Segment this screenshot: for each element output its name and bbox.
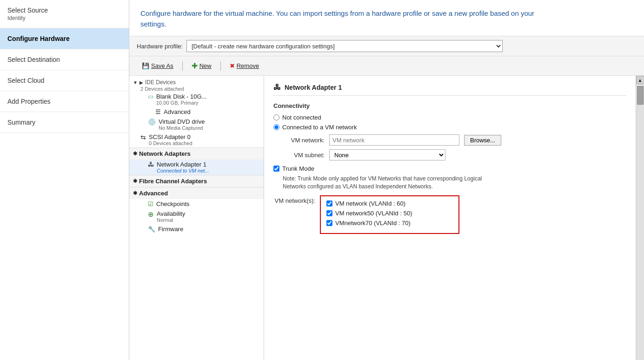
sidebar-item-select-source[interactable]: Select Source Identity xyxy=(0,0,129,28)
hardware-profile-select[interactable]: [Default - create new hardware configura… xyxy=(186,40,503,52)
network-adapter-detail-icon: 🖧 xyxy=(273,83,281,92)
content-area: ▼ ▶ IDE Devices 2 Devices attached ▭ Bla… xyxy=(129,76,644,360)
advanced-group-header[interactable]: ✱ Advanced xyxy=(129,187,264,199)
vm-networks-label: VM network(s): xyxy=(273,195,315,204)
sidebar-item-add-properties[interactable]: Add Properties xyxy=(0,91,129,112)
vm-network-3-label: VMnetwork70 (VLANId : 70) xyxy=(335,220,411,227)
connectivity-label: Connectivity xyxy=(273,102,626,109)
scsi-item[interactable]: ⇆ SCSI Adapter 0 0 Devices attached xyxy=(129,132,264,147)
detail-panel: 🖧 Network Adapter 1 Connectivity Not con… xyxy=(264,76,636,360)
connected-vm-label: Connected to a VM network xyxy=(282,124,357,131)
not-connected-row: Not connected xyxy=(273,114,626,121)
ide-devices-sub: 2 Devices attached xyxy=(140,86,264,92)
advanced-disk-item[interactable]: ☰ Advanced xyxy=(129,107,264,117)
save-icon: 💾 xyxy=(142,62,149,69)
vm-subnet-row: VM subnet: None xyxy=(283,149,626,160)
vm-network-2-row: VM network50 (VLANId : 50) xyxy=(326,210,453,217)
sidebar-item-select-cloud[interactable]: Select Cloud xyxy=(0,70,129,91)
fibre-channel-header[interactable]: ✱ Fibre Channel Adapters xyxy=(129,175,264,187)
advanced-group-label: Advanced xyxy=(139,190,168,197)
sidebar-item-label-select-source: Select Source xyxy=(7,7,121,14)
vm-subnet-field-label: VM subnet: xyxy=(283,152,325,159)
fibre-channel-label: Fibre Channel Adapters xyxy=(139,178,207,185)
network-adapters-header[interactable]: ✱ Network Adapters xyxy=(129,147,264,160)
remove-label: Remove xyxy=(237,62,259,69)
vm-network-1-label: VM network (VLANId : 60) xyxy=(335,200,405,207)
vm-network-1-checkbox[interactable] xyxy=(326,200,332,207)
toolbar-separator-2 xyxy=(220,61,221,71)
detail-title: 🖧 Network Adapter 1 xyxy=(273,83,626,96)
checkpoints-item[interactable]: ☑ Checkpoints xyxy=(129,199,264,209)
vm-networks-row: VM network(s): VM network (VLANId : 60) … xyxy=(273,195,626,234)
sidebar-item-label-summary: Summary xyxy=(7,119,121,126)
vm-network-3-row: VMnetwork70 (VLANId : 70) xyxy=(326,220,453,227)
sidebar-item-select-destination[interactable]: Select Destination xyxy=(0,49,129,70)
checkpoints-label: Checkpoints xyxy=(156,200,190,207)
dvd-icon: 💿 xyxy=(148,118,156,126)
hardware-profile-row: Hardware profile: [Default - create new … xyxy=(129,36,644,56)
hardware-profile-label: Hardware profile: xyxy=(137,43,183,50)
toolbar-separator-1 xyxy=(182,61,183,71)
vm-network-row: VM network: Browse... xyxy=(283,134,626,146)
trunk-note: Note: Trunk Mode only applied for VM Net… xyxy=(283,175,506,191)
checkpoints-icon: ☑ xyxy=(148,200,153,207)
blank-disk-label: Blank Disk - 10G... xyxy=(156,93,206,100)
sidebar-item-configure-hardware[interactable]: Configure Hardware xyxy=(0,28,129,49)
blank-disk-sub: 10.00 GB, Primary xyxy=(156,100,206,106)
scsi-icon: ⇆ xyxy=(140,133,146,141)
ide-devices-label: IDE Devices xyxy=(145,79,176,86)
sidebar-item-label-select-destination: Select Destination xyxy=(7,56,121,63)
action-toolbar: 💾 Save As ✚ New ✖ Remove xyxy=(129,56,644,76)
scroll-thumb[interactable] xyxy=(637,86,644,105)
browse-button[interactable]: Browse... xyxy=(464,135,501,146)
vm-network-input[interactable] xyxy=(329,134,459,146)
ide-devices-header: ▼ ▶ IDE Devices xyxy=(129,78,264,86)
vm-network-1-row: VM network (VLANId : 60) xyxy=(326,200,453,207)
network-adapter-1-item[interactable]: 🖧 Network Adapter 1 Connected to VM net.… xyxy=(129,160,264,175)
vm-network-2-label: VM network50 (VLANId : 50) xyxy=(335,210,412,217)
scroll-up-arrow[interactable]: ▲ xyxy=(636,76,644,84)
scsi-label: SCSI Adapter 0 xyxy=(149,133,193,140)
advanced-disk-icon: ☰ xyxy=(155,108,161,115)
trunk-mode-checkbox[interactable] xyxy=(273,166,279,172)
sidebar-item-label-configure-hardware: Configure Hardware xyxy=(7,35,121,42)
sidebar-item-summary[interactable]: Summary xyxy=(0,112,129,133)
trunk-mode-row: Trunk Mode xyxy=(273,165,626,172)
availability-sub: Normal xyxy=(157,217,185,223)
save-as-button[interactable]: 💾 Save As xyxy=(137,60,179,72)
network-adapters-label: Network Adapters xyxy=(139,150,191,157)
network-adapter-1-sub: Connected to VM net... xyxy=(157,168,209,173)
firmware-item[interactable]: 🔧 Firmware xyxy=(129,224,264,234)
new-label: New xyxy=(199,62,212,69)
save-as-label: Save As xyxy=(151,62,173,69)
dvd-label: Virtual DVD drive xyxy=(159,118,205,125)
availability-icon: ⊕ xyxy=(148,210,154,219)
advanced-disk-label: Advanced xyxy=(164,108,191,115)
collapse-icon-advanced: ✱ xyxy=(133,190,137,196)
collapse-icon-network: ✱ xyxy=(133,151,137,157)
connected-vm-radio[interactable] xyxy=(273,124,279,130)
new-button[interactable]: ✚ New xyxy=(186,59,217,73)
scsi-sub: 0 Devices attached xyxy=(149,140,193,146)
remove-button[interactable]: ✖ Remove xyxy=(225,60,264,72)
vm-network-3-checkbox[interactable] xyxy=(326,220,332,226)
not-connected-radio[interactable] xyxy=(273,114,279,120)
dvd-drive-item[interactable]: 💿 Virtual DVD drive No Media Captured xyxy=(129,117,264,132)
blank-disk-item[interactable]: ▭ Blank Disk - 10G... 10.00 GB, Primary xyxy=(129,92,264,107)
vm-network-2-checkbox[interactable] xyxy=(326,210,332,216)
availability-item[interactable]: ⊕ Availability Normal xyxy=(129,209,264,224)
expand-icon-ide: ▼ xyxy=(133,80,138,85)
new-icon: ✚ xyxy=(192,61,198,70)
firmware-label: Firmware xyxy=(158,226,183,233)
detail-title-label: Network Adapter 1 xyxy=(285,84,342,91)
dvd-sub: No Media Captured xyxy=(159,125,205,131)
blank-disk-icon: ▭ xyxy=(148,93,153,100)
vm-subnet-select[interactable]: None xyxy=(329,149,445,160)
network-adapter-1-label: Network Adapter 1 xyxy=(157,161,209,168)
vm-networks-box: VM network (VLANId : 60) VM network50 (V… xyxy=(320,195,459,234)
connectivity-radio-group: Not connected Connected to a VM network xyxy=(273,114,626,131)
network-adapter-icon: 🖧 xyxy=(148,161,154,168)
detail-scrollbar[interactable]: ▲ xyxy=(636,76,644,360)
collapse-icon-ide: ▶ xyxy=(139,80,143,85)
availability-label: Availability xyxy=(157,210,185,217)
